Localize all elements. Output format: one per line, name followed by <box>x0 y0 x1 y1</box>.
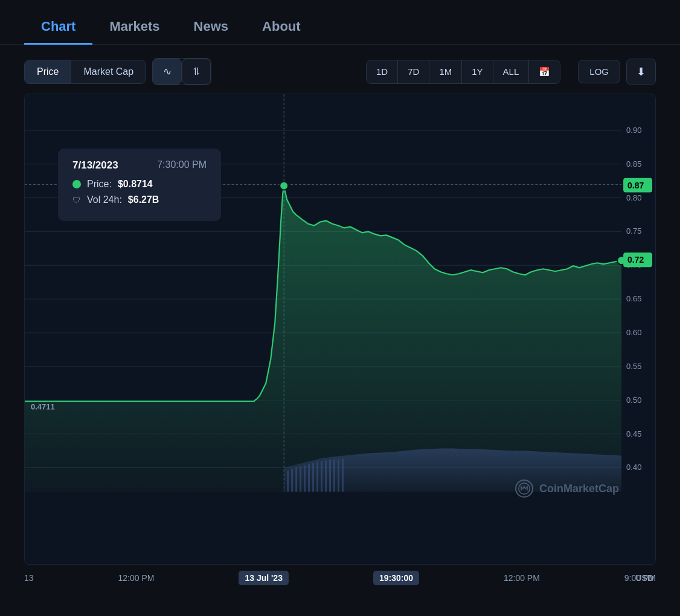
svg-text:0.40: 0.40 <box>626 463 641 472</box>
svg-rect-19 <box>312 463 314 492</box>
tooltip-vol-val: $6.27B <box>128 194 159 205</box>
x-axis: 13 12:00 PM 13 Jul '23 19:30:00 12:00 PM… <box>0 565 680 588</box>
coinmarketcap-watermark: CoinMarketCap <box>515 480 619 498</box>
download-button[interactable]: ⬇ <box>626 59 656 85</box>
tooltip-time: 7:30:00 PM <box>157 159 207 172</box>
price-dot-icon <box>72 180 81 188</box>
xaxis-label-noon-2: 12:00 PM <box>504 573 540 583</box>
xaxis-label-noon-1: 12:00 PM <box>118 573 155 583</box>
chart-toolbar: Price Market Cap ∿ ⥮ 1D 7D 1M 1Y ALL 📅 L… <box>0 45 680 94</box>
1y-button[interactable]: 1Y <box>462 60 493 83</box>
tooltip-price-label: Price: <box>87 179 112 190</box>
svg-rect-26 <box>342 458 344 492</box>
tooltip-date: 7/13/2023 <box>72 159 118 172</box>
tooltip-vol-row: 🛡 Vol 24h: $6.27B <box>72 194 207 205</box>
chart-tooltip: 7/13/2023 7:30:00 PM Price: $0.8714 🛡 Vo… <box>58 149 221 221</box>
tab-markets[interactable]: Markets <box>92 11 176 45</box>
svg-text:0.87: 0.87 <box>627 181 644 190</box>
tab-navigation: Chart Markets News About <box>0 0 680 45</box>
svg-rect-22 <box>325 460 327 492</box>
tab-news[interactable]: News <box>177 11 245 45</box>
svg-rect-16 <box>300 466 301 492</box>
svg-text:0.72: 0.72 <box>627 255 644 265</box>
chart-type-group: ∿ ⥮ <box>152 58 211 85</box>
svg-rect-24 <box>333 459 335 492</box>
line-chart-button[interactable]: ∿ <box>153 59 182 85</box>
svg-text:0.55: 0.55 <box>626 362 641 371</box>
svg-rect-21 <box>321 461 322 492</box>
xaxis-highlight-time: 19:30:00 <box>373 571 419 585</box>
shield-icon: 🛡 <box>72 196 81 204</box>
svg-rect-13 <box>287 470 289 492</box>
svg-text:0.4711: 0.4711 <box>31 402 55 411</box>
svg-point-27 <box>280 182 288 190</box>
tab-chart[interactable]: Chart <box>24 11 92 45</box>
svg-rect-18 <box>308 464 310 492</box>
svg-text:0.75: 0.75 <box>626 226 641 236</box>
xaxis-unit: USD <box>635 573 653 583</box>
tooltip-price-val: $0.8714 <box>118 179 153 190</box>
svg-rect-20 <box>316 461 318 492</box>
tab-about[interactable]: About <box>245 11 318 45</box>
xaxis-label-13: 13 <box>24 573 34 583</box>
1d-button[interactable]: 1D <box>367 60 398 83</box>
svg-text:0.50: 0.50 <box>626 396 641 405</box>
cmc-logo-icon <box>515 480 533 498</box>
1m-button[interactable]: 1M <box>429 60 462 83</box>
svg-rect-23 <box>329 460 331 492</box>
svg-text:0.60: 0.60 <box>626 328 641 337</box>
price-chart: 0.90 0.85 0.80 0.75 0.70 0.65 0.60 0.55 … <box>24 94 656 565</box>
tooltip-vol-label: Vol 24h: <box>87 194 122 205</box>
time-period-group: 1D 7D 1M 1Y ALL 📅 <box>366 60 560 84</box>
xaxis-highlight-date: 13 Jul '23 <box>239 571 288 585</box>
cmc-watermark-text: CoinMarketCap <box>539 483 619 495</box>
log-button[interactable]: LOG <box>578 60 620 83</box>
7d-button[interactable]: 7D <box>398 60 429 83</box>
svg-rect-15 <box>295 467 297 492</box>
svg-text:0.80: 0.80 <box>626 193 641 202</box>
svg-point-45 <box>519 483 530 494</box>
all-button[interactable]: ALL <box>493 60 530 83</box>
svg-text:0.90: 0.90 <box>626 126 641 135</box>
price-button[interactable]: Price <box>25 60 71 83</box>
tooltip-price-row: Price: $0.8714 <box>72 179 207 190</box>
svg-rect-17 <box>304 465 306 492</box>
price-marketcap-group: Price Market Cap <box>24 60 146 84</box>
candle-chart-button[interactable]: ⥮ <box>182 59 211 85</box>
market-cap-button[interactable]: Market Cap <box>71 60 146 83</box>
svg-rect-14 <box>291 469 293 492</box>
svg-text:0.65: 0.65 <box>626 294 641 303</box>
svg-text:0.45: 0.45 <box>626 429 641 438</box>
svg-text:0.85: 0.85 <box>626 159 641 168</box>
svg-rect-25 <box>338 459 339 492</box>
calendar-button[interactable]: 📅 <box>529 60 560 83</box>
